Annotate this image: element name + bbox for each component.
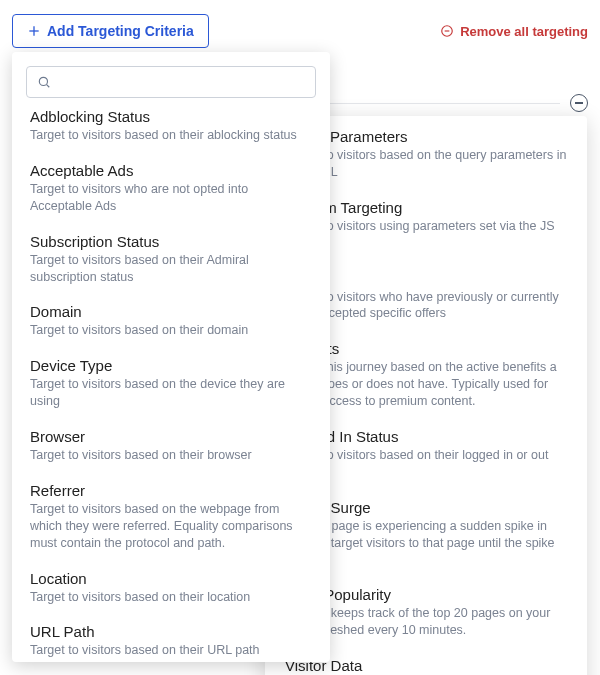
remove-all-label: Remove all targeting — [460, 24, 588, 39]
criteria-desc: Target to visitors who are not opted int… — [30, 181, 312, 215]
criteria-title: Acceptable Ads — [30, 162, 312, 179]
criteria-desc: Target to visitors based on their Admira… — [30, 252, 312, 286]
criteria-dropdown: Adblocking StatusTarget to visitors base… — [12, 52, 330, 662]
criteria-item[interactable]: Acceptable AdsTarget to visitors who are… — [30, 162, 312, 215]
criteria-item[interactable]: DomainTarget to visitors based on their … — [30, 303, 312, 339]
search-input[interactable] — [59, 73, 305, 91]
criteria-title: Domain — [30, 303, 312, 320]
criteria-title: Device Type — [30, 357, 312, 374]
criteria-desc: Target to visitors based on their browse… — [30, 447, 312, 464]
criteria-title: Location — [30, 570, 312, 587]
criteria-desc: Target to visitors based on their URL pa… — [30, 642, 312, 659]
criteria-item[interactable]: LocationTarget to visitors based on thei… — [30, 570, 312, 606]
add-targeting-label: Add Targeting Criteria — [47, 23, 194, 39]
search-icon — [37, 75, 51, 89]
search-box[interactable] — [26, 66, 316, 98]
svg-line-5 — [47, 85, 50, 88]
criteria-title: Adblocking Status — [30, 108, 312, 125]
collapse-toggle[interactable] — [570, 94, 588, 112]
minus-circle-icon — [440, 24, 454, 38]
criteria-item[interactable]: URL PathTarget to visitors based on thei… — [30, 623, 312, 659]
criteria-desc: Target to visitors based on the webpage … — [30, 501, 312, 552]
criteria-item[interactable]: BrowserTarget to visitors based on their… — [30, 428, 312, 464]
criteria-desc: Target to visitors based on their locati… — [30, 589, 312, 606]
criteria-desc: Target to visitors based on their ablock… — [30, 127, 312, 144]
criteria-title: Referrer — [30, 482, 312, 499]
svg-point-4 — [39, 77, 47, 85]
criteria-item[interactable]: Subscription StatusTarget to visitors ba… — [30, 233, 312, 286]
remove-all-targeting[interactable]: Remove all targeting — [440, 24, 588, 39]
plus-icon — [27, 24, 41, 38]
criteria-title: Browser — [30, 428, 312, 445]
criteria-title: Subscription Status — [30, 233, 312, 250]
criteria-item[interactable]: Device TypeTarget to visitors based on t… — [30, 357, 312, 410]
add-targeting-button[interactable]: Add Targeting Criteria — [12, 14, 209, 48]
criteria-title: URL Path — [30, 623, 312, 640]
criteria-item[interactable]: ReferrerTarget to visitors based on the … — [30, 482, 312, 552]
criteria-desc: Target to visitors based on the device t… — [30, 376, 312, 410]
criteria-desc: Target to visitors based on their domain — [30, 322, 312, 339]
criteria-item[interactable]: Adblocking StatusTarget to visitors base… — [30, 108, 312, 144]
